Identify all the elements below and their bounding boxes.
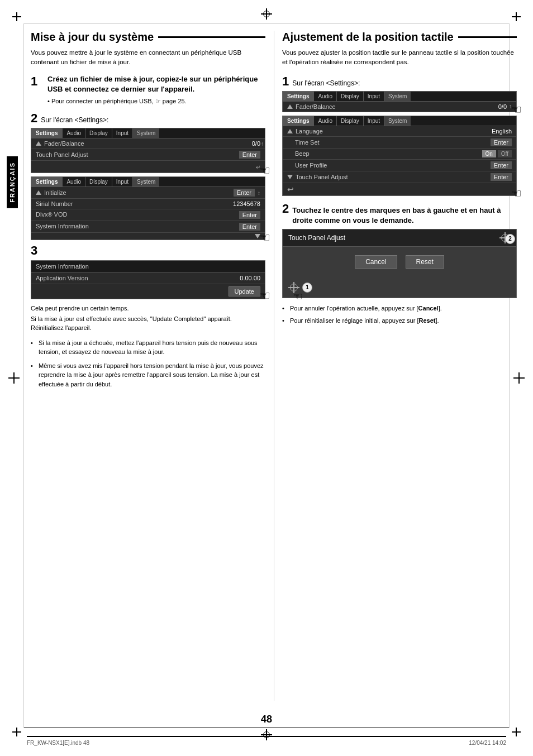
step-1: 1 Créez un fichier de mise à jour, copie… [31,74,265,106]
right-section-heading: Ajustement de la position tactile [282,31,454,44]
right-bullet-2: • Pour réinitialiser le réglage initial,… [282,316,517,326]
sidebar-language-label: FRANÇAIS [7,156,18,208]
footer-right: 12/04/21 14:02 [469,740,506,746]
step-2-number: 2 [31,111,37,126]
step-1-note: • Pour connecter un périphérique USB, ☞ … [47,97,265,106]
bullet-item-2: • Même si vous avez mis l'appareil hors … [31,361,265,389]
step-1-title: Créez un fichier de mise à jour, copiez-… [47,74,265,94]
right-step-1-number: 1 [282,74,289,89]
screen-settings-1: Settings Audio Display Input System Fade… [31,128,265,173]
right-screen-settings-1: Settings Audio Display Input System Fade… [282,91,517,112]
touch-panel-header: Touch Panel Adjust [288,234,345,242]
right-step-2-title: Touchez le centre des marques en bas à g… [292,205,517,226]
right-screen-settings-2: Settings Audio Display Input System Lang… [282,116,517,196]
note-success: Si la mise à jour est effectuée avec suc… [31,314,265,333]
update-button[interactable]: Update [229,286,260,296]
step-2-label: Sur l'écran <Settings>: [41,116,108,124]
step-3-number: 3 [31,243,37,257]
page-number: 48 [261,714,272,725]
cancel-button[interactable]: Cancel [355,255,397,269]
left-section-intro: Vous pouvez mettre à jour le système en … [31,48,265,68]
step-1-number: 1 [31,74,42,106]
touch-panel-screen: Touch Panel Adjust 2 Cancel Reset [282,229,517,298]
left-section-heading: Mise à jour du système [31,31,154,44]
screen-settings-2: Settings Audio Display Input System Init… [31,176,265,240]
right-bullet-1: • Pour annuler l'opération actuelle, app… [282,304,517,313]
screen-system-info: System Information Application Version 0… [31,260,265,299]
note-time: Cela peut prendre un certain temps. [31,304,265,313]
footer-left: FR_KW-NSX1[E].indb 48 [27,740,89,746]
reset-button[interactable]: Reset [406,255,444,269]
right-step-2-number: 2 [282,202,289,216]
right-step-1-label: Sur l'écran <Settings>: [292,79,360,87]
right-section-intro: Vous pouvez ajuster la position tactile … [282,48,517,68]
bullet-item-1: • Si la mise à jour a échouée, mettez l'… [31,338,265,357]
